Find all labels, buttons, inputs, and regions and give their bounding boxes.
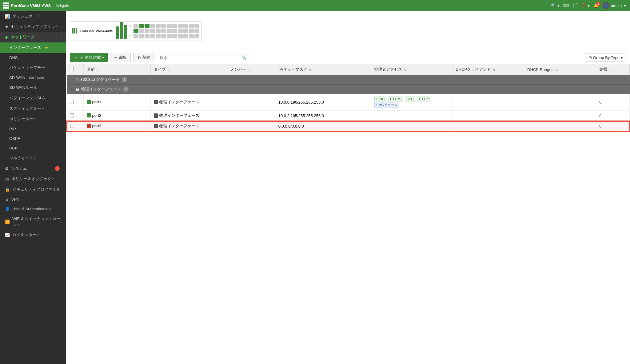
group-toggle-physical[interactable]: ➖ — [70, 88, 74, 91]
sidebar-item-security-fabric[interactable]: ❖ セキュリティファブリック › — [0, 22, 66, 32]
table-row-highlighted[interactable]: port3 物理インターフェース 0.0.0.0/0.0.0.0 — [67, 121, 630, 132]
col-dhcp-range-label: DHCP Ranges — [527, 67, 553, 72]
sidebar-item-user-auth[interactable]: 👤 User & Authentication › — [0, 204, 66, 214]
col-access[interactable]: 管理者アクセス ⇅ — [371, 64, 453, 75]
col-type[interactable]: タイプ ⇅ — [150, 64, 227, 75]
sidebar-item-packet-capture[interactable]: パケットキャプチャ — [0, 62, 66, 73]
log-report-icon: 📈 — [5, 233, 10, 237]
sidebar-item-static-route[interactable]: スタティックルート — [0, 103, 66, 114]
sidebar-item-interfaces[interactable]: インターフェース ★ — [0, 42, 66, 53]
dns-label: DNS — [9, 55, 18, 60]
sidebar-label-policy-objects: ポリシー＆オブジェクト — [11, 176, 55, 182]
table-row[interactable]: port1 物理インターフェース 10.0.0.190/255.255.255.… — [67, 94, 630, 111]
row-dhcp-client — [453, 111, 524, 121]
group-by-label: Group By Type — [593, 55, 620, 60]
sidebar-item-network[interactable]: ✚ ネットワーク ∨ — [0, 32, 66, 42]
sidebar-label-user-auth: User & Authentication — [12, 207, 51, 211]
sidebar-item-policy-route[interactable]: ポリシールート — [0, 114, 66, 124]
physical-group-label: 物理インターフェース — [81, 86, 121, 92]
fortinet-logo — [3, 2, 9, 9]
search-box[interactable]: 🔍 — [157, 54, 249, 61]
col-dhcp-client[interactable]: DHCPクライアント ⇅ — [453, 64, 524, 75]
search-input[interactable] — [160, 55, 241, 60]
admin-section[interactable]: 👤 admin ▼ — [602, 2, 627, 9]
terminal-button[interactable]: ⌨ — [563, 3, 569, 8]
sidebar-item-system[interactable]: ⚙ システム 1 › — [0, 163, 66, 174]
security-profiles-icon: 🔒 — [5, 187, 10, 192]
col-dhcp-range[interactable]: DHCP Ranges ⇅ — [524, 64, 596, 75]
col-ip[interactable]: IP/ネットマスク ⇅ — [275, 64, 371, 75]
row-dhcp-client — [453, 94, 524, 111]
edit-button[interactable]: ✏ 編集 — [110, 53, 131, 62]
sidebar-item-sdwan-rules[interactable]: SD-WANルール — [0, 82, 66, 93]
row-check[interactable] — [67, 94, 84, 111]
row-check[interactable] — [67, 121, 84, 132]
col-access-label: 管理者アクセス — [374, 67, 402, 72]
policy-route-label: ポリシールート — [9, 116, 37, 122]
sidebar-item-log-report[interactable]: 📈 ログ＆レポート › — [0, 230, 66, 240]
sidebar: 📊 ダッシュボード › ❖ セキュリティファブリック › ✚ ネットワーク ∨ … — [0, 11, 66, 364]
header-actions: 🔍 ▾ ⌨ ⛶ ❓ ▾ 🔔 1 👤 admin ▼ — [551, 2, 627, 9]
access-https: HTTPS — [388, 97, 403, 101]
col-member[interactable]: メンバー ⇅ — [227, 64, 275, 75]
port-name: port3 — [92, 124, 102, 128]
edit-icon: ✏ — [114, 55, 118, 60]
sdwan-interfaces-label: SD-WAN Interfaces — [9, 75, 44, 80]
sidebar-label-dashboard: ダッシュボード — [12, 14, 40, 19]
select-all-checkbox[interactable] — [70, 67, 74, 71]
sdwan-rules-label: SD-WANルール — [9, 85, 37, 90]
delete-label: 削除 — [142, 55, 150, 60]
chevron-icon: › — [62, 207, 62, 211]
row-member — [227, 94, 275, 111]
sidebar-item-wifi-switch[interactable]: 📶 WiFi＆スイッチコントローラー › — [0, 214, 66, 230]
vpn-icon: 🖥 — [5, 197, 9, 202]
port-name: port2 — [92, 113, 102, 118]
type-icon — [154, 100, 158, 104]
dashboard-icon: 📊 — [5, 14, 10, 19]
sidebar-item-dashboard[interactable]: 📊 ダッシュボード › — [0, 11, 66, 22]
table-row[interactable]: port2 物理インターフェース 10.0.2.105/255.255.255.… — [67, 111, 630, 121]
chevron-icon: › — [62, 220, 62, 224]
multicast-label: マルチキャスト — [9, 155, 37, 161]
sidebar-label-wifi-switch: WiFi＆スイッチコントローラー — [12, 216, 62, 227]
chevron-down-icon: ∨ — [60, 36, 62, 39]
physical-group-icon: 🖥 — [75, 87, 79, 92]
ref-link[interactable]: 0 — [599, 100, 601, 105]
topo-port-grid: 1 — [129, 24, 199, 38]
wifi-switch-icon: 📶 — [5, 220, 10, 224]
group-by-button[interactable]: ⊞ Group By Type ▾ — [585, 53, 626, 62]
sidebar-item-ospf[interactable]: OSPF — [0, 134, 66, 143]
admin-avatar: 👤 — [602, 2, 610, 9]
row-check[interactable] — [67, 111, 84, 121]
search-button[interactable]: 🔍 ▾ — [551, 3, 560, 8]
sidebar-item-policy-objects[interactable]: 🗂 ポリシー＆オブジェクト › — [0, 174, 66, 184]
sidebar-item-rip[interactable]: RIP — [0, 124, 66, 134]
new-button[interactable]: ＋ ＋ 新規作成 ▾ — [70, 53, 108, 62]
sidebar-item-security-profiles[interactable]: 🔒 セキュリティプロファイル › — [0, 184, 66, 195]
col-member-label: メンバー — [230, 67, 246, 72]
sidebar-item-bgp[interactable]: BGP — [0, 143, 66, 153]
col-name[interactable]: 名前 ⇅ — [83, 64, 150, 75]
chevron-icon: › — [62, 198, 62, 201]
group-toggle-aggregate[interactable]: ➕ — [70, 78, 74, 81]
sidebar-item-perf-sla[interactable]: パフォーマンスSLA — [0, 93, 66, 103]
delete-button[interactable]: 🗑 削除 — [133, 53, 154, 62]
row-access — [371, 111, 453, 121]
sidebar-item-multicast[interactable]: マルチキャスト — [0, 153, 66, 163]
type-label: 物理インターフェース — [159, 113, 199, 118]
sidebar-item-sdwan-interfaces[interactable]: SD-WAN Interfaces — [0, 73, 66, 82]
ref-link[interactable]: 0 — [599, 124, 601, 129]
static-route-label: スタティックルート — [9, 106, 45, 111]
sidebar-item-dns[interactable]: DNS — [0, 53, 66, 62]
sidebar-label-system: システム — [11, 166, 27, 171]
fullscreen-button[interactable]: ⛶ — [573, 3, 577, 8]
col-ref[interactable]: 参照 ⇅ — [596, 64, 629, 75]
aggregate-group-icon: ⊞ — [75, 77, 79, 82]
notification-area[interactable]: 🔔 1 — [593, 3, 599, 8]
ref-link[interactable]: 0 — [599, 113, 601, 118]
sidebar-item-vpn[interactable]: 🖥 VPN › — [0, 195, 66, 204]
help-button[interactable]: ❓ ▾ — [581, 3, 590, 8]
topology-bar: FortiGate VM64-AWS 1 — [66, 11, 630, 51]
row-ip: 0.0.0.0/0.0.0.0 — [275, 121, 371, 132]
logo-area: FortiGate VM64-AWS — [3, 2, 51, 9]
